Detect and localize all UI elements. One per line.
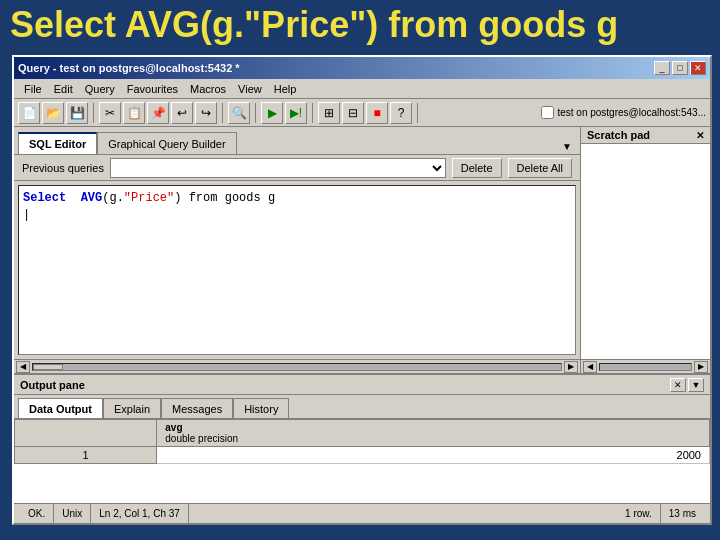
menu-bar: File Edit Query Favourites Macros View H… [14,79,710,99]
cursor [23,208,30,222]
sql-code: Select AVG(g."Price") from goods g [23,190,571,224]
h-scroll[interactable]: ◀ ▶ [14,359,580,373]
output-arrow-btn[interactable]: ▼ [688,378,704,392]
scratch-pad-close[interactable]: ✕ [696,130,704,141]
toolbar-undo[interactable]: ↩ [171,102,193,124]
tab-sql-editor[interactable]: SQL Editor [18,132,97,154]
status-rows: 1 row. [617,504,661,523]
status-position: Ln 2, Col 1, Ch 37 [91,504,189,523]
tab-arrow[interactable]: ▼ [558,139,576,154]
scratch-h-scroll[interactable]: ◀ ▶ [581,359,710,373]
toolbar-sep2 [222,103,223,123]
content-area: SQL Editor Graphical Query Builder ▼ Pre… [14,127,710,373]
row-num-1: 1 [15,447,157,464]
window-title: Query - test on postgres@localhost:5432 … [18,62,240,74]
status-encoding: Unix [54,504,91,523]
menu-favourites[interactable]: Favourites [121,82,184,96]
toolbar-btn1[interactable]: ⊞ [318,102,340,124]
toolbar-save[interactable]: 💾 [66,102,88,124]
right-panel: Scratch pad ✕ ◀ ▶ [580,127,710,373]
output-tabs: Data Output Explain Messages History [14,395,710,419]
scratch-pad-label: Scratch pad [587,129,650,141]
toolbar-btn2[interactable]: ⊟ [342,102,364,124]
left-panel: SQL Editor Graphical Query Builder ▼ Pre… [14,127,580,373]
tab-bar: SQL Editor Graphical Query Builder ▼ [14,127,580,155]
output-title-buttons: ✕ ▼ [670,378,704,392]
toolbar-sep1 [93,103,94,123]
prev-queries-bar: Previous queries Delete Delete All [14,155,580,181]
toolbar-help[interactable]: ? [390,102,412,124]
tab-data-output[interactable]: Data Output [18,398,103,418]
scratch-pad-body[interactable] [581,144,710,359]
toolbar-copy[interactable]: 📋 [123,102,145,124]
status-time: 13 ms [661,504,704,523]
checkbox-input[interactable] [541,106,554,119]
output-close-btn[interactable]: ✕ [670,378,686,392]
menu-edit[interactable]: Edit [48,82,79,96]
toolbar-cut[interactable]: ✂ [99,102,121,124]
output-pane: Output pane ✕ ▼ Data Output Explain Mess… [14,373,710,503]
menu-file[interactable]: File [18,82,48,96]
toolbar: 📄 📂 💾 ✂ 📋 📌 ↩ ↪ 🔍 ▶ ▶! ⊞ ⊟ ■ ? test on p… [14,99,710,127]
main-window: Query - test on postgres@localhost:5432 … [12,55,712,525]
toolbar-run[interactable]: ▶ [261,102,283,124]
toolbar-checkbox: test on postgres@localhost:543... [541,106,706,119]
sql-price-string: "Price" [124,191,174,205]
delete-all-button[interactable]: Delete All [508,158,572,178]
restore-button[interactable]: □ [672,61,688,75]
scratch-pad-title: Scratch pad ✕ [581,127,710,144]
toolbar-sep3 [255,103,256,123]
toolbar-new[interactable]: 📄 [18,102,40,124]
scroll-track[interactable] [32,363,562,371]
big-title: Select AVG(g."Price") from goods g [0,0,720,50]
tab-history[interactable]: History [233,398,289,418]
sql-avg-function: AVG [81,191,103,205]
toolbar-right: test on postgres@localhost:543... [541,106,706,119]
scratch-scroll-right[interactable]: ▶ [694,361,708,373]
col-header-avg: avgdouble precision [157,420,710,447]
scratch-scroll-track[interactable] [599,363,692,371]
prev-queries-label: Previous queries [22,162,104,174]
toolbar-run-explain[interactable]: ▶! [285,102,307,124]
menu-view[interactable]: View [232,82,268,96]
sql-select-keyword: Select [23,191,66,205]
menu-query[interactable]: Query [79,82,121,96]
output-title-text: Output pane [20,379,85,391]
toolbar-redo[interactable]: ↪ [195,102,217,124]
tab-graphical[interactable]: Graphical Query Builder [97,132,236,154]
title-bar-buttons: _ □ ✕ [654,61,706,75]
tab-explain[interactable]: Explain [103,398,161,418]
status-bar: OK. Unix Ln 2, Col 1, Ch 37 1 row. 13 ms [14,503,710,523]
menu-macros[interactable]: Macros [184,82,232,96]
toolbar-stop[interactable]: ■ [366,102,388,124]
close-button[interactable]: ✕ [690,61,706,75]
status-ok: OK. [20,504,54,523]
toolbar-open[interactable]: 📂 [42,102,64,124]
scroll-right-btn[interactable]: ▶ [564,361,578,373]
delete-button[interactable]: Delete [452,158,502,178]
minimize-button[interactable]: _ [654,61,670,75]
avg-value-1: 2000 [157,447,710,464]
toolbar-sep4 [312,103,313,123]
toolbar-sep5 [417,103,418,123]
col-subheader-avg: double precision [165,433,238,444]
title-bar: Query - test on postgres@localhost:5432 … [14,57,710,79]
sql-editor[interactable]: Select AVG(g."Price") from goods g [18,185,576,355]
col-header-empty [15,420,157,447]
output-title-bar: Output pane ✕ ▼ [14,375,710,395]
checkbox-label: test on postgres@localhost:543... [557,107,706,118]
table-row: 1 2000 [15,447,710,464]
toolbar-paste[interactable]: 📌 [147,102,169,124]
toolbar-search[interactable]: 🔍 [228,102,250,124]
menu-help[interactable]: Help [268,82,303,96]
prev-queries-dropdown[interactable] [110,158,446,178]
output-content: avgdouble precision 1 2000 [14,419,710,503]
scratch-scroll-left[interactable]: ◀ [583,361,597,373]
data-table: avgdouble precision 1 2000 [14,419,710,464]
scroll-left-btn[interactable]: ◀ [16,361,30,373]
tab-messages[interactable]: Messages [161,398,233,418]
scroll-thumb[interactable] [33,364,63,370]
